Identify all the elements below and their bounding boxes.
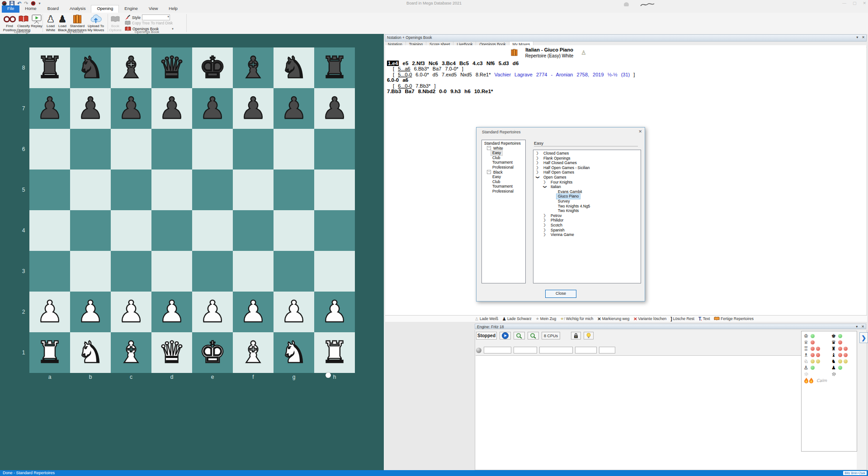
pane-close-icon[interactable]: ✕ bbox=[861, 325, 864, 329]
ribbon-tab-opening[interactable]: Opening bbox=[91, 5, 119, 13]
opening-item-half-open-games-sicilian[interactable]: ❯Half Open Games - Sicilian bbox=[533, 165, 641, 170]
board-square[interactable]: ♞ bbox=[274, 332, 314, 373]
tree-item-tournament[interactable]: Tournament bbox=[482, 160, 525, 165]
ribbon-tab-engine[interactable]: Engine bbox=[119, 5, 143, 13]
white-piece[interactable]: ♜ bbox=[36, 338, 63, 368]
black-piece[interactable]: ♟ bbox=[321, 94, 348, 123]
white-piece-prob-row[interactable]: ♕ bbox=[804, 339, 815, 345]
opening-item-italian[interactable]: ❯Italian bbox=[533, 184, 641, 189]
opening-item-evans-gambit[interactable]: Evans Gambit bbox=[533, 189, 641, 194]
board-square[interactable]: ♜ bbox=[29, 332, 70, 373]
gear-icon[interactable] bbox=[804, 371, 809, 377]
white-piece-prob-row[interactable]: ♔ bbox=[804, 333, 815, 339]
white-piece[interactable]: ♝ bbox=[240, 338, 266, 368]
board-square[interactable]: ♟ bbox=[192, 88, 233, 129]
board-square[interactable]: ♚ bbox=[192, 47, 233, 88]
board-square[interactable] bbox=[70, 170, 111, 210]
opening-item-petrov[interactable]: ❯Petrov bbox=[533, 213, 641, 218]
opening-item-flank-openings[interactable]: ❯Flank Openings bbox=[533, 156, 641, 161]
engine-value-field[interactable] bbox=[484, 347, 511, 353]
load-white-button[interactable]: ♟Load White bbox=[45, 14, 56, 32]
board-square[interactable] bbox=[233, 170, 274, 210]
chevron-right-icon[interactable]: ❯ bbox=[542, 223, 547, 228]
board-square[interactable]: ♟ bbox=[29, 292, 70, 332]
toolbar-markierung-weg[interactable]: ✕Markierung weg bbox=[597, 316, 629, 321]
board-square[interactable] bbox=[192, 170, 233, 210]
board-square[interactable]: ♜ bbox=[314, 332, 355, 373]
white-piece[interactable]: ♟ bbox=[158, 297, 185, 327]
cpu-count-button[interactable]: 8 CPUs bbox=[542, 332, 560, 339]
board-square[interactable] bbox=[314, 129, 355, 170]
board-square[interactable] bbox=[29, 170, 70, 210]
ribbon-tab-file[interactable]: File bbox=[2, 5, 19, 13]
mood-row[interactable]: Calm bbox=[804, 377, 827, 383]
board-square[interactable]: ♝ bbox=[111, 47, 151, 88]
board-square[interactable]: ♟ bbox=[314, 292, 355, 332]
opening-item-half-closed-games[interactable]: ❯Half Closed Games bbox=[533, 160, 641, 165]
engine-pane-title[interactable]: Engine: Fritz 18 ▾ ✕ bbox=[475, 324, 866, 329]
tree-item-club[interactable]: Club bbox=[482, 156, 525, 160]
opening-item-two-knights-4-ng5[interactable]: Two Knights 4.Ng5 bbox=[533, 204, 641, 209]
board-square[interactable]: ♟ bbox=[314, 88, 355, 129]
board-square[interactable]: ♞ bbox=[70, 47, 111, 88]
ribbon-tab-analysis[interactable]: Analysis bbox=[64, 5, 91, 13]
black-piece[interactable]: ♟ bbox=[240, 94, 266, 123]
board-square[interactable] bbox=[70, 251, 111, 292]
close-button[interactable]: Close bbox=[545, 290, 576, 298]
white-piece-prob-row[interactable]: ♗ bbox=[804, 352, 820, 358]
board-square[interactable]: ♟ bbox=[29, 88, 70, 129]
board-square[interactable] bbox=[111, 170, 151, 210]
board-square[interactable] bbox=[314, 210, 355, 251]
remove-analysis-button[interactable] bbox=[528, 332, 539, 339]
board-square[interactable]: ♛ bbox=[151, 332, 192, 373]
style-button[interactable]: Style bbox=[125, 14, 170, 20]
variation-line[interactable]: [ 5...0-0 6.0-0* d5 7.exd5 Nxd5 8.Re1* V… bbox=[387, 72, 794, 77]
board-square[interactable] bbox=[151, 210, 192, 251]
ribbon-tab-view[interactable]: View bbox=[143, 5, 163, 13]
hint-bulb-button[interactable] bbox=[584, 332, 594, 339]
board-square[interactable]: ♟ bbox=[70, 88, 111, 129]
board-square[interactable]: ♟ bbox=[192, 292, 233, 332]
black-piece[interactable]: ♞ bbox=[280, 53, 307, 83]
board-square[interactable]: ♝ bbox=[111, 332, 151, 373]
black-piece-prob-row[interactable]: ♛ bbox=[831, 339, 842, 345]
style-combo[interactable] bbox=[142, 14, 170, 20]
black-piece[interactable]: ♟ bbox=[158, 94, 185, 123]
move-list[interactable]: 1.e4 e5 2.Nf3 Nc6 3.Bc4 Bc5 4.c3 Nf6 5.d… bbox=[387, 61, 794, 94]
board-square[interactable] bbox=[314, 170, 355, 210]
white-piece[interactable]: ♟ bbox=[36, 297, 63, 327]
pane-menu-icon[interactable]: ▾ bbox=[856, 35, 858, 39]
chess-board[interactable]: ♜♞♝♛♚♝♞♜♟♟♟♟♟♟♟♟♟♟♟♟♟♟♟♟♜♞♝♛♚♝♞♜ bbox=[29, 47, 355, 373]
black-piece-prob-row[interactable]: ♝ bbox=[831, 352, 848, 358]
toolbar-text[interactable]: T.Text bbox=[698, 316, 710, 321]
dialog-close-icon[interactable]: ✕ bbox=[638, 129, 642, 134]
main-line[interactable]: 6.0-0 a6 bbox=[387, 77, 794, 83]
notation-pane-title[interactable]: Notation + Openings Book ▾ ✕ bbox=[385, 34, 867, 42]
opening-item-open-games[interactable]: ❯Open Games bbox=[533, 175, 641, 180]
board-square[interactable] bbox=[192, 210, 233, 251]
board-square[interactable]: ♟ bbox=[233, 292, 274, 332]
board-square[interactable] bbox=[70, 210, 111, 251]
white-piece[interactable]: ♟ bbox=[280, 297, 307, 327]
tree-item-professional[interactable]: Professional bbox=[482, 189, 525, 194]
tree-item-black[interactable]: −Black bbox=[482, 170, 525, 175]
tree-item-professional[interactable]: Professional bbox=[482, 165, 525, 170]
ribbon-tab-board[interactable]: Board bbox=[42, 5, 64, 13]
black-piece-prob-row[interactable]: ♟ bbox=[831, 365, 842, 371]
chevron-expanded-icon[interactable]: ❯ bbox=[542, 185, 547, 189]
chevron-right-icon[interactable]: ❯ bbox=[542, 180, 547, 185]
opening-item-giuco-piano[interactable]: Giuco Piano bbox=[533, 194, 641, 199]
black-piece-prob-row[interactable]: ♞ bbox=[831, 358, 848, 364]
board-square[interactable]: ♞ bbox=[70, 332, 111, 373]
chevron-right-icon[interactable]: ❯ bbox=[535, 165, 539, 170]
tree-item-easy[interactable]: Easy bbox=[482, 174, 525, 179]
current-move[interactable]: 1.e4 bbox=[387, 61, 399, 66]
board-square[interactable]: ♛ bbox=[151, 47, 192, 88]
chevron-right-icon[interactable]: ❯ bbox=[542, 228, 547, 233]
board-square[interactable] bbox=[111, 210, 151, 251]
board-square[interactable]: ♜ bbox=[29, 47, 70, 88]
black-piece[interactable]: ♚ bbox=[199, 53, 226, 83]
expand-chevron-button[interactable]: ❯ bbox=[859, 332, 868, 343]
main-line[interactable]: 1.e4 e5 2.Nf3 Nc6 3.Bc4 Bc5 4.c3 Nf6 5.d… bbox=[387, 61, 794, 66]
variation-start-move[interactable]: 5...0-0 bbox=[398, 72, 412, 77]
